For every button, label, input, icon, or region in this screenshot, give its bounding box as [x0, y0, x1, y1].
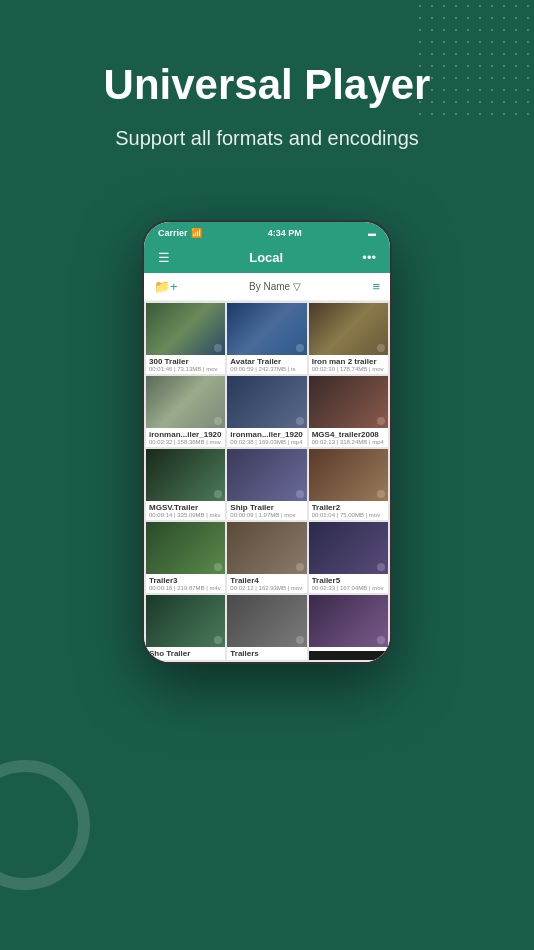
video-item[interactable]: ironman...iler_1920 00:02:38 | 169.03MB … [227, 376, 306, 447]
nav-bar: ☰ Local ••• [144, 242, 390, 273]
phone-mockup: Carrier 📶 4:34 PM ▬ ☰ Local ••• 📁+ By Na… [142, 220, 392, 664]
video-info: Trailer2 00:01:04 | 75.00MB | mov [309, 501, 388, 520]
video-info: MGS4_trailer2008 00:02:13 | 318.24MB | m… [309, 428, 388, 447]
video-thumbnail [146, 522, 225, 574]
list-icon[interactable]: ☰ [158, 250, 170, 265]
video-thumbnail [227, 595, 306, 647]
scene-detail [296, 344, 304, 352]
video-title: ironman...iler_1920 [149, 430, 222, 439]
video-item[interactable] [309, 595, 388, 660]
video-info: Trailer5 00:02:33 | 167.04MB | mov [309, 574, 388, 593]
video-meta: 00:02:38 | 169.03MB | mp4 [230, 439, 303, 445]
video-item[interactable]: Trailers [227, 595, 306, 660]
video-title: Trailers [230, 649, 303, 658]
scene-detail [296, 563, 304, 571]
video-item[interactable]: Iron man 2 trailer 00:02:30 | 178.74MB |… [309, 303, 388, 374]
video-item[interactable]: MGS4_trailer2008 00:02:13 | 318.24MB | m… [309, 376, 388, 447]
scene-detail [214, 636, 222, 644]
video-thumbnail [227, 303, 306, 355]
phone-frame: Carrier 📶 4:34 PM ▬ ☰ Local ••• 📁+ By Na… [142, 220, 392, 664]
video-item[interactable]: Ship Trailer 00:00:09 | 1.97MB | mov [227, 449, 306, 520]
scene-detail [296, 490, 304, 498]
video-info: Ship Trailer 00:00:09 | 1.97MB | mov [227, 501, 306, 520]
video-meta: 00:02:30 | 178.74MB | mov [312, 366, 385, 372]
video-meta: 00:00:16 | 219.87MB | m4v [149, 585, 222, 591]
video-info: MGSV.Trailer 00:09:14 | 335.09MB | mkv [146, 501, 225, 520]
scene-detail [296, 417, 304, 425]
video-thumbnail [227, 522, 306, 574]
video-title: Trailer4 [230, 576, 303, 585]
video-thumbnail [309, 303, 388, 355]
video-thumbnail [146, 595, 225, 647]
scene-detail [377, 490, 385, 498]
video-grid: 300 Trailer 00:01:46 | 73.13MB | mov Ava… [144, 301, 390, 662]
video-info: ironman...iler_1920 00:02:32 | 158.38MB … [146, 428, 225, 447]
video-item[interactable]: Avatar Trailer 00:00:59 | 242.37MB | ts [227, 303, 306, 374]
scene-detail [214, 563, 222, 571]
video-title: Trailer3 [149, 576, 222, 585]
video-thumbnail [309, 376, 388, 428]
scene-detail [214, 490, 222, 498]
video-item[interactable]: ironman...iler_1920 00:02:32 | 158.38MB … [146, 376, 225, 447]
scene-detail [377, 344, 385, 352]
video-thumbnail [309, 449, 388, 501]
status-time: 4:34 PM [268, 228, 302, 238]
video-item[interactable]: Trailer5 00:02:33 | 167.04MB | mov [309, 522, 388, 593]
video-title: Trailer5 [312, 576, 385, 585]
video-title: ironman...iler_1920 [230, 430, 303, 439]
video-item[interactable]: 300 Trailer 00:01:46 | 73.13MB | mov [146, 303, 225, 374]
video-meta: 00:00:09 | 1.97MB | mov [230, 512, 303, 518]
wifi-icon: 📶 [191, 228, 202, 238]
video-thumbnail [146, 303, 225, 355]
folder-add-icon[interactable]: 📁+ [154, 279, 178, 294]
video-info: Trailers [227, 647, 306, 660]
scene-detail [377, 563, 385, 571]
video-info: Sho Trailer [146, 647, 225, 660]
video-title: Ship Trailer [230, 503, 303, 512]
video-title: 300 Trailer [149, 357, 222, 366]
video-item[interactable]: Trailer2 00:01:04 | 75.00MB | mov [309, 449, 388, 520]
video-thumbnail [227, 449, 306, 501]
video-meta: 00:00:59 | 242.37MB | ts [230, 366, 303, 372]
video-meta: 00:02:33 | 167.04MB | mov [312, 585, 385, 591]
status-bar: Carrier 📶 4:34 PM ▬ [144, 222, 390, 242]
status-battery: ▬ [368, 229, 376, 238]
video-info: Iron man 2 trailer 00:02:30 | 178.74MB |… [309, 355, 388, 374]
video-meta: 00:02:13 | 318.24MB | mp4 [312, 439, 385, 445]
more-icon[interactable]: ••• [362, 250, 376, 265]
video-thumbnail [309, 522, 388, 574]
video-title: Avatar Trailer [230, 357, 303, 366]
hero-title: Universal Player [20, 60, 514, 110]
video-title: Iron man 2 trailer [312, 357, 385, 366]
video-info: Avatar Trailer 00:00:59 | 242.37MB | ts [227, 355, 306, 374]
menu-icon[interactable]: ≡ [372, 279, 380, 294]
video-meta: 00:01:04 | 75.00MB | mov [312, 512, 385, 518]
scene-detail [214, 344, 222, 352]
video-title: MGSV.Trailer [149, 503, 222, 512]
nav-title: Local [249, 250, 283, 265]
video-meta: 00:02:12 | 162.93MB | mov [230, 585, 303, 591]
video-title: Sho Trailer [149, 649, 222, 658]
video-item[interactable]: Trailer3 00:00:16 | 219.87MB | m4v [146, 522, 225, 593]
scene-detail [377, 636, 385, 644]
hero-section: Universal Player Support all formats and… [0, 60, 534, 152]
video-item[interactable]: Trailer4 00:02:12 | 162.93MB | mov [227, 522, 306, 593]
scene-detail [214, 417, 222, 425]
video-item[interactable]: Sho Trailer [146, 595, 225, 660]
status-carrier: Carrier 📶 [158, 228, 202, 238]
video-info: Trailer4 00:02:12 | 162.93MB | mov [227, 574, 306, 593]
video-meta: 00:01:46 | 73.13MB | mov [149, 366, 222, 372]
video-info: 300 Trailer 00:01:46 | 73.13MB | mov [146, 355, 225, 374]
video-meta: 00:09:14 | 335.09MB | mkv [149, 512, 222, 518]
video-title: MGS4_trailer2008 [312, 430, 385, 439]
video-thumbnail [227, 376, 306, 428]
circle-decoration [0, 760, 90, 890]
sort-label[interactable]: By Name ▽ [249, 281, 301, 292]
video-thumbnail [309, 595, 388, 647]
video-info [309, 647, 388, 651]
video-thumbnail [146, 449, 225, 501]
video-title: Trailer2 [312, 503, 385, 512]
toolbar: 📁+ By Name ▽ ≡ [144, 273, 390, 301]
video-item[interactable]: MGSV.Trailer 00:09:14 | 335.09MB | mkv [146, 449, 225, 520]
scene-detail [296, 636, 304, 644]
